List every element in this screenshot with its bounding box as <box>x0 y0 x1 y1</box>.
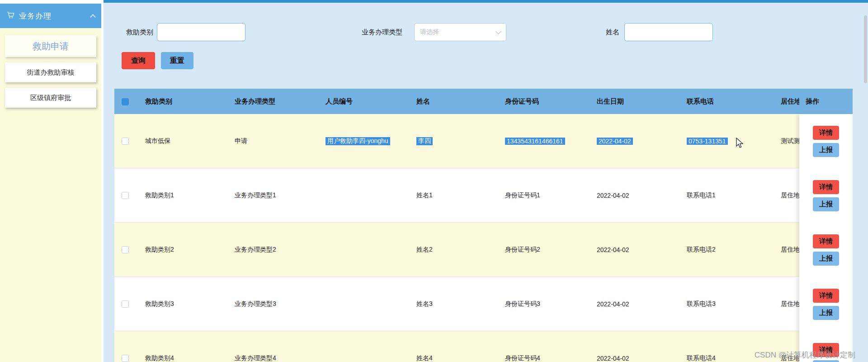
column-header-name: 姓名 <box>410 97 499 106</box>
detail-button[interactable]: 详情 <box>813 234 839 248</box>
cell-id-number: 1343543161466161 <box>499 138 590 145</box>
cell-id-number: 身份证号码2 <box>499 246 590 254</box>
column-header-birth-date: 出生日期 <box>590 97 680 106</box>
top-left-corner <box>0 0 101 4</box>
row-actions: 详情 上报 <box>799 277 853 331</box>
sidebar: 业务办理 救助申请 街道办救助审核 区级镇府审批 <box>0 4 101 362</box>
column-header-person-id: 人员编号 <box>319 97 410 106</box>
cell-name: 李四 <box>410 137 499 145</box>
cell-phone: 联系电话3 <box>680 300 774 308</box>
cell-name: 姓名3 <box>410 300 499 308</box>
row-checkbox[interactable] <box>122 355 129 362</box>
column-header-operation: 操作 <box>799 97 853 106</box>
row-checkbox[interactable] <box>122 300 129 308</box>
table-row: 救助类别2 业务办理类型2 姓名2 身份证号码2 2022-04-02 联系电话… <box>114 223 853 277</box>
sidebar-item-street-review[interactable]: 街道办救助审核 <box>5 62 96 82</box>
cell-category: 救助类别2 <box>139 246 228 254</box>
cell-type: 业务办理类型2 <box>228 246 319 254</box>
cell-address: 居住地址1 <box>774 191 799 200</box>
cell-category: 救助类别4 <box>139 354 228 362</box>
row-actions: 详情 上报 <box>799 114 853 168</box>
scrollbar-thumb[interactable] <box>864 15 867 83</box>
row-actions: 详情 上报 <box>799 168 853 223</box>
cell-birth-date: 2022-04-02 <box>590 300 680 308</box>
cell-birth-date: 2022-04-02 <box>590 192 680 199</box>
cell-type: 业务办理类型1 <box>228 191 319 200</box>
search-button[interactable]: 查询 <box>122 52 155 69</box>
column-header-address: 居住地 <box>774 97 799 106</box>
cell-phone: 联系电话2 <box>680 246 774 254</box>
detail-button[interactable]: 详情 <box>813 126 839 140</box>
main-content: 救助类别 业务办理类型 请选择 姓名 查询 重置 救助类别 业务办理类型 人员编… <box>104 3 868 362</box>
name-label: 姓名 <box>606 23 619 41</box>
cell-address: 测试测试 <box>774 137 799 145</box>
sidebar-item-label: 街道办救助审核 <box>27 68 75 77</box>
cell-type: 申请 <box>228 137 319 145</box>
report-button[interactable]: 上报 <box>813 197 839 211</box>
detail-button[interactable]: 详情 <box>813 180 839 194</box>
select-placeholder: 请选择 <box>420 28 439 36</box>
cell-name: 姓名4 <box>410 354 499 362</box>
select-all-checkbox[interactable] <box>122 98 129 105</box>
row-checkbox[interactable] <box>122 192 129 199</box>
column-header-id-number: 身份证号码 <box>499 97 590 106</box>
cell-name: 姓名1 <box>410 191 499 200</box>
table-row: 城市低保 申请 用户救助李四-yonghu 李四 134354316146616… <box>114 114 853 168</box>
report-button[interactable]: 上报 <box>813 252 839 266</box>
cell-type: 业务办理类型4 <box>228 354 319 362</box>
row-checkbox[interactable] <box>122 246 129 253</box>
table-row: 救助类别1 业务办理类型1 姓名1 身份证号码1 2022-04-02 联系电话… <box>114 168 853 223</box>
table-actions-column: 详情 上报 详情 上报 详情 上报 详情 上报 详情 上报 <box>799 114 853 362</box>
reset-button[interactable]: 重置 <box>161 52 193 69</box>
cell-birth-date: 2022-04-02 <box>590 138 680 145</box>
cell-id-number: 身份证号码1 <box>499 191 590 200</box>
cell-birth-date: 2022-04-02 <box>590 246 680 253</box>
row-actions: 详情 上报 <box>799 223 853 277</box>
sidebar-header-label: 业务办理 <box>19 11 86 21</box>
cell-type: 业务办理类型3 <box>228 300 319 308</box>
business-type-label: 业务办理类型 <box>362 23 402 41</box>
app-root: 业务办理 救助申请 街道办救助审核 区级镇府审批 救助类别 业务办理类型 请选择… <box>0 0 868 362</box>
cell-address: 居住地址3 <box>774 300 799 308</box>
sidebar-item-district-approval[interactable]: 区级镇府审批 <box>5 88 96 108</box>
column-header-type: 业务办理类型 <box>228 97 319 106</box>
cell-address: 居住地址2 <box>774 246 799 254</box>
cell-category: 救助类别1 <box>139 191 228 200</box>
business-type-select[interactable]: 请选择 <box>414 23 506 41</box>
column-header-category: 救助类别 <box>139 97 228 106</box>
row-checkbox[interactable] <box>122 138 129 145</box>
sidebar-item-rescue-apply[interactable]: 救助申请 <box>5 35 96 57</box>
rescue-category-label: 救助类别 <box>126 23 153 41</box>
report-button[interactable]: 上报 <box>813 143 839 157</box>
name-input[interactable] <box>624 23 713 41</box>
chevron-down-icon <box>495 29 501 34</box>
watermark-text: CSDN @计算机程序设计定制 <box>755 350 855 360</box>
cell-phone: 0753-131351 <box>680 138 774 145</box>
report-button[interactable]: 上报 <box>813 360 839 362</box>
cell-category: 城市低保 <box>139 137 228 145</box>
cart-icon <box>6 11 14 21</box>
table-row: 救助类别4 业务办理类型4 姓名4 身份证号码4 2022-04-02 联系电话… <box>114 331 853 362</box>
cell-phone: 联系电话1 <box>680 191 774 200</box>
table-header: 救助类别 业务办理类型 人员编号 姓名 身份证号码 出生日期 联系电话 居住地 … <box>114 89 853 114</box>
data-table: 救助类别 业务办理类型 人员编号 姓名 身份证号码 出生日期 联系电话 居住地 … <box>114 89 853 362</box>
chevron-up-icon <box>90 14 96 20</box>
cell-id-number: 身份证号码4 <box>499 354 590 362</box>
cell-person-id: 用户救助李四-yonghu <box>319 137 410 145</box>
report-button[interactable]: 上报 <box>813 306 839 320</box>
rescue-category-input[interactable] <box>157 23 245 41</box>
column-header-phone: 联系电话 <box>680 97 774 106</box>
sidebar-header[interactable]: 业务办理 <box>0 4 101 28</box>
table-body: 城市低保 申请 用户救助李四-yonghu 李四 134354316146616… <box>114 114 853 362</box>
sidebar-item-label: 救助申请 <box>33 40 69 52</box>
cell-category: 救助类别3 <box>139 300 228 308</box>
cell-name: 姓名2 <box>410 246 499 254</box>
sidebar-menu: 救助申请 街道办救助审核 区级镇府审批 <box>0 28 101 115</box>
sidebar-item-label: 区级镇府审批 <box>30 94 71 102</box>
detail-button[interactable]: 详情 <box>813 289 839 303</box>
table-row: 救助类别3 业务办理类型3 姓名3 身份证号码3 2022-04-02 联系电话… <box>114 277 853 331</box>
cell-birth-date: 2022-04-02 <box>590 355 680 362</box>
cell-id-number: 身份证号码3 <box>499 300 590 308</box>
